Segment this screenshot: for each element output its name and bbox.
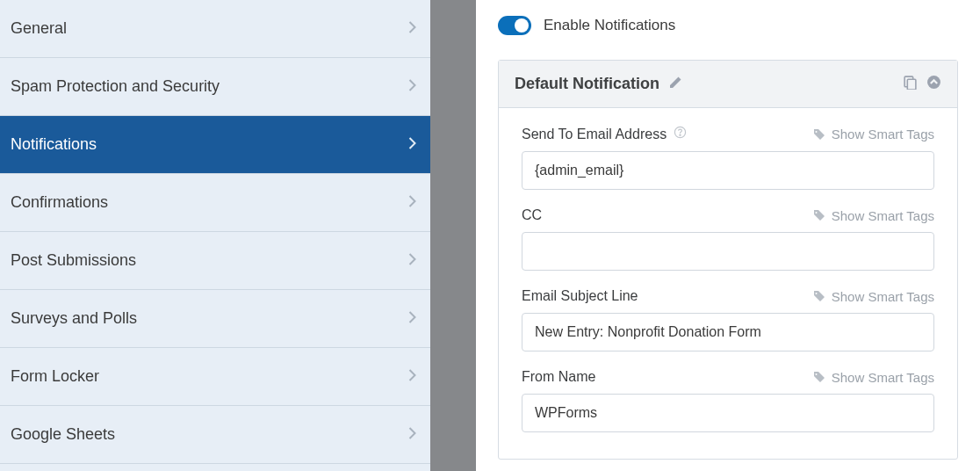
chevron-right-icon — [408, 425, 416, 444]
show-smart-tags[interactable]: Show Smart Tags — [812, 127, 934, 141]
panel-body: Send To Email Address Show Smart Tags — [499, 108, 957, 459]
pencil-icon[interactable] — [668, 76, 682, 93]
sidebar-item-label: Spam Protection and Security — [11, 77, 220, 96]
chevron-right-icon — [408, 77, 416, 96]
main-content: Enable Notifications Default Notificatio… — [476, 0, 980, 471]
duplicate-icon[interactable] — [903, 75, 918, 93]
field-label: Email Subject Line — [522, 288, 638, 304]
sidebar-item-google-sheets[interactable]: Google Sheets — [0, 406, 430, 464]
settings-sidebar: General Spam Protection and Security Not… — [0, 0, 430, 471]
help-icon[interactable] — [674, 126, 687, 142]
panel-title: Default Notification — [515, 75, 659, 93]
svg-rect-1 — [907, 79, 916, 90]
tag-icon — [812, 289, 826, 303]
sidebar-item-label: Surveys and Polls — [11, 309, 137, 328]
notification-panel: Default Notification Send To Email Addre… — [498, 60, 958, 460]
sidebar-item-label: Notifications — [11, 135, 97, 154]
sidebar-item-surveys[interactable]: Surveys and Polls — [0, 290, 430, 348]
tag-icon — [812, 208, 826, 222]
from-name-input[interactable] — [522, 394, 934, 432]
subject-input[interactable] — [522, 313, 934, 351]
smart-tags-label: Show Smart Tags — [832, 289, 934, 304]
collapse-icon[interactable] — [926, 75, 941, 93]
svg-point-4 — [680, 134, 681, 135]
chevron-right-icon — [408, 135, 416, 154]
field-send-to: Send To Email Address Show Smart Tags — [522, 126, 934, 190]
show-smart-tags[interactable]: Show Smart Tags — [812, 370, 934, 385]
show-smart-tags[interactable]: Show Smart Tags — [812, 289, 934, 304]
panel-gap — [430, 0, 476, 471]
smart-tags-label: Show Smart Tags — [832, 370, 934, 385]
field-label: Send To Email Address — [522, 127, 667, 142]
sidebar-item-confirmations[interactable]: Confirmations — [0, 174, 430, 232]
chevron-right-icon — [408, 309, 416, 328]
sidebar-item-notifications[interactable]: Notifications — [0, 116, 430, 174]
sidebar-item-form-locker[interactable]: Form Locker — [0, 348, 430, 406]
field-from-name: From Name Show Smart Tags — [522, 369, 934, 432]
field-label: CC — [522, 207, 542, 223]
sidebar-item-label: General — [11, 19, 67, 38]
sidebar-item-spam[interactable]: Spam Protection and Security — [0, 58, 430, 116]
chevron-right-icon — [408, 193, 416, 212]
sidebar-item-post-submissions[interactable]: Post Submissions — [0, 232, 430, 290]
field-label: From Name — [522, 369, 595, 385]
smart-tags-label: Show Smart Tags — [832, 208, 934, 223]
svg-point-2 — [927, 76, 940, 89]
send-to-input[interactable] — [522, 151, 934, 190]
tag-icon — [812, 127, 826, 141]
sidebar-item-label: Form Locker — [11, 367, 99, 386]
panel-header: Default Notification — [499, 61, 957, 108]
field-subject: Email Subject Line Show Smart Tags — [522, 288, 934, 351]
field-cc: CC Show Smart Tags — [522, 207, 934, 271]
toggle-knob — [515, 18, 529, 33]
sidebar-item-label: Post Submissions — [11, 251, 136, 270]
cc-input[interactable] — [522, 232, 934, 271]
tag-icon — [812, 370, 826, 384]
sidebar-item-label: Confirmations — [11, 193, 108, 212]
smart-tags-label: Show Smart Tags — [832, 127, 934, 141]
chevron-right-icon — [408, 251, 416, 270]
chevron-right-icon — [408, 367, 416, 386]
enable-notifications-row: Enable Notifications — [498, 16, 958, 35]
sidebar-item-label: Google Sheets — [11, 425, 115, 444]
enable-notifications-toggle[interactable] — [498, 16, 531, 35]
sidebar-item-general[interactable]: General — [0, 0, 430, 58]
chevron-right-icon — [408, 19, 416, 38]
enable-notifications-label: Enable Notifications — [544, 17, 675, 34]
show-smart-tags[interactable]: Show Smart Tags — [812, 208, 934, 223]
